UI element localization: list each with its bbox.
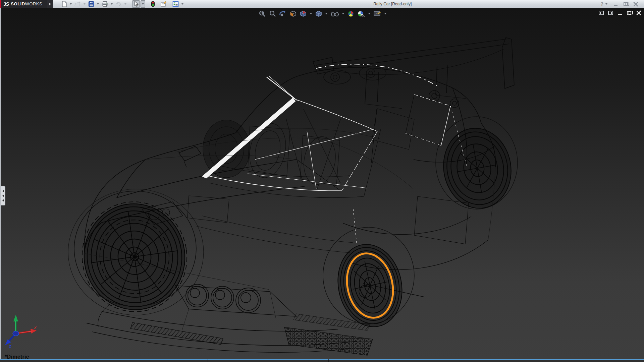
rebuild-traffic-light-icon xyxy=(151,1,155,7)
3ds-logo-icon: 3S xyxy=(3,1,9,7)
taskbar-button[interactable] xyxy=(208,359,329,362)
open-folder-icon xyxy=(74,1,81,7)
pane-toggle-right-icon[interactable] xyxy=(608,11,613,15)
hide-show-items-caret[interactable] xyxy=(342,13,344,14)
car-wireframe[interactable] xyxy=(1,8,644,359)
options-dropdown-caret[interactable] xyxy=(181,3,183,5)
options-button[interactable] xyxy=(171,0,180,8)
heads-up-toolbar xyxy=(258,10,387,17)
new-dropdown-caret[interactable] xyxy=(70,3,72,5)
save-dropdown-caret[interactable] xyxy=(97,3,99,5)
section-view-icon xyxy=(289,10,297,17)
graphics-viewport[interactable]: x z *Dimetric xyxy=(0,8,644,359)
rear-right-wheel xyxy=(437,123,518,214)
view-orientation-button[interactable] xyxy=(299,10,307,17)
display-style-icon xyxy=(315,10,322,17)
save-button[interactable] xyxy=(87,0,95,8)
solidworks-logo: 3S SOLIDWORKS xyxy=(0,0,47,8)
select-tool-button[interactable] xyxy=(132,0,140,8)
brand-name: SOLIDWORKS xyxy=(11,1,42,6)
undo-dropdown-caret[interactable] xyxy=(124,3,126,5)
viewport-restore-button[interactable] xyxy=(627,11,632,15)
view-settings-caret[interactable] xyxy=(384,13,386,14)
help-button[interactable]: ? xyxy=(600,1,603,7)
view-orientation-icon xyxy=(300,10,307,17)
main-toolbar xyxy=(53,0,184,8)
taskbar-button[interactable] xyxy=(67,359,208,362)
file-properties-button[interactable] xyxy=(159,0,168,8)
print-dropdown-caret[interactable] xyxy=(111,3,113,5)
select-dropdown-caret xyxy=(142,3,144,5)
edit-appearance-icon xyxy=(347,10,355,17)
front-left-wheel xyxy=(75,195,194,318)
view-orientation-caret[interactable] xyxy=(310,13,312,14)
title-area: Rally Car [Read-only] xyxy=(184,0,600,8)
edit-appearance-button[interactable] xyxy=(347,10,355,17)
triad-y-arrowhead xyxy=(13,315,18,321)
select-arrow-icon xyxy=(133,1,139,7)
viewport-window-controls xyxy=(599,11,641,15)
print-icon xyxy=(102,1,108,7)
zoom-to-area-button[interactable] xyxy=(268,10,276,17)
feature-tree-collapsed-tab[interactable] xyxy=(1,186,5,205)
file-properties-icon xyxy=(160,1,167,7)
interior-detail xyxy=(187,109,381,253)
fog-lamps xyxy=(186,284,261,313)
undo-button[interactable] xyxy=(114,0,123,8)
display-style-caret[interactable] xyxy=(325,13,327,14)
view-settings-button[interactable] xyxy=(373,10,382,17)
collapse-arrow-icon xyxy=(2,199,4,202)
menu-flyout-button[interactable] xyxy=(47,0,53,8)
hide-show-items-icon xyxy=(330,10,339,17)
hide-show-items-button[interactable] xyxy=(330,10,339,17)
open-dropdown-caret[interactable] xyxy=(84,3,86,5)
open-document-button[interactable] xyxy=(73,0,82,8)
apply-scene-icon xyxy=(357,10,365,17)
taskbar-edge[interactable] xyxy=(0,359,644,362)
triad-x-label: x xyxy=(34,325,37,330)
apply-scene-caret[interactable] xyxy=(368,13,370,14)
restore-button[interactable] xyxy=(623,2,629,6)
rebuild-button[interactable] xyxy=(150,0,156,8)
front-splitter-hatch xyxy=(130,322,223,345)
save-floppy-icon xyxy=(88,1,94,7)
zoom-to-fit-button[interactable] xyxy=(258,10,266,17)
window-controls: ? xyxy=(600,0,644,8)
grille-mesh xyxy=(284,327,373,355)
taskbar-button[interactable] xyxy=(384,359,644,362)
titlebar: 3S SOLIDWORKS xyxy=(0,0,644,8)
view-orientation-label: *Dimetric xyxy=(5,354,29,359)
taskbar-button[interactable] xyxy=(329,359,384,362)
previous-view-icon xyxy=(279,10,287,17)
view-settings-icon xyxy=(373,10,381,17)
zoom-to-fit-icon xyxy=(259,10,266,17)
pane-toggle-left-icon[interactable] xyxy=(599,11,604,15)
collapse-arrow-icon xyxy=(2,194,4,197)
flyout-arrow-icon xyxy=(49,3,51,5)
document-title: Rally Car [Read-only] xyxy=(373,2,412,6)
new-document-button[interactable] xyxy=(60,0,68,8)
undo-icon xyxy=(115,1,122,7)
collapse-arrow-icon xyxy=(2,190,4,192)
help-dropdown-caret[interactable] xyxy=(605,3,607,5)
previous-view-button[interactable] xyxy=(278,10,287,17)
front-right-wheel xyxy=(330,238,409,333)
section-view-button[interactable] xyxy=(289,10,297,17)
reference-triad: x z xyxy=(2,313,39,350)
taskbar-button[interactable] xyxy=(0,359,67,362)
minimize-button[interactable] xyxy=(613,2,619,6)
close-button[interactable] xyxy=(633,2,639,6)
viewport-close-button[interactable] xyxy=(636,11,641,15)
new-document-icon xyxy=(61,1,67,7)
print-button[interactable] xyxy=(101,0,109,8)
viewport-minimize-button[interactable] xyxy=(618,11,623,15)
display-style-button[interactable] xyxy=(315,10,323,17)
apply-scene-button[interactable] xyxy=(357,10,366,17)
zoom-to-area-icon xyxy=(269,10,276,17)
triad-origin xyxy=(13,331,19,336)
select-dropdown-button[interactable] xyxy=(141,0,145,8)
options-checklist-icon xyxy=(172,1,179,7)
triad-z-label: z xyxy=(9,344,11,349)
